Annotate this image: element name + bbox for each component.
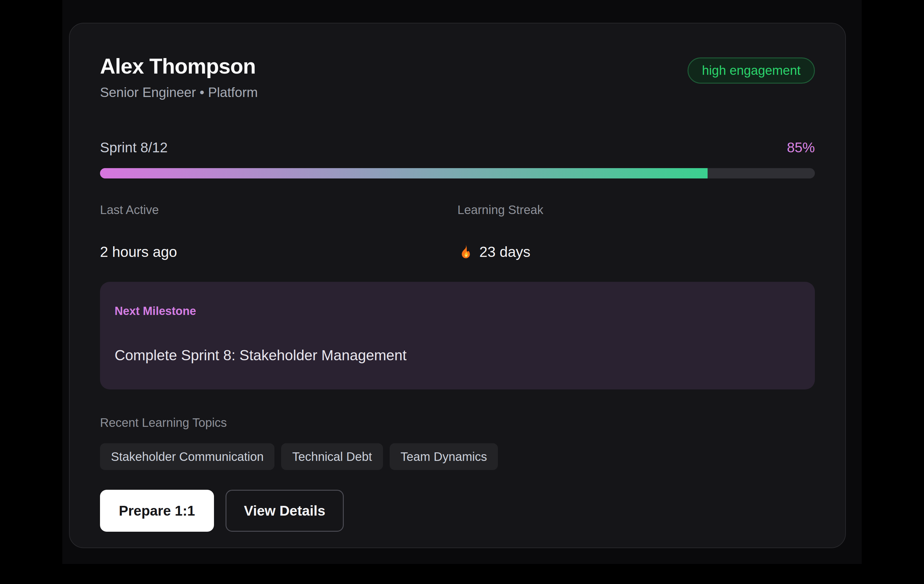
card-header: Alex Thompson Senior Engineer • Platform… <box>100 53 815 101</box>
sprint-progress-bar <box>100 168 815 178</box>
topic-chip: Stakeholder Communication <box>100 443 274 470</box>
stats-grid: Last Active 2 hours ago Learning Streak … <box>100 202 815 262</box>
last-active-value: 2 hours ago <box>100 242 457 262</box>
employee-name: Alex Thompson <box>100 53 258 79</box>
topic-chip: Technical Debt <box>281 443 383 470</box>
stat-learning-streak: Learning Streak 23 days <box>457 202 815 262</box>
learning-streak-text: 23 days <box>479 242 530 262</box>
action-button-row: Prepare 1:1 View Details <box>100 490 815 532</box>
view-details-button[interactable]: View Details <box>226 490 344 532</box>
flame-icon <box>457 244 474 260</box>
milestone-title: Next Milestone <box>115 304 797 318</box>
sprint-progress-fill <box>100 168 708 178</box>
identity-block: Alex Thompson Senior Engineer • Platform <box>100 53 258 101</box>
sprint-progress-header: Sprint 8/12 85% <box>100 138 815 157</box>
sprint-percent: 85% <box>787 138 815 157</box>
learning-streak-label: Learning Streak <box>457 202 815 217</box>
last-active-text: 2 hours ago <box>100 242 177 262</box>
employee-role: Senior Engineer • Platform <box>100 84 258 101</box>
engagement-status-badge: high engagement <box>688 58 815 84</box>
employee-card: Alex Thompson Senior Engineer • Platform… <box>69 23 846 548</box>
milestone-description: Complete Sprint 8: Stakeholder Managemen… <box>115 347 797 364</box>
stat-last-active: Last Active 2 hours ago <box>100 202 457 262</box>
prepare-1-1-button[interactable]: Prepare 1:1 <box>100 490 214 532</box>
topics-chip-row: Stakeholder Communication Technical Debt… <box>100 443 815 470</box>
last-active-label: Last Active <box>100 202 457 217</box>
topics-label: Recent Learning Topics <box>100 415 815 430</box>
learning-streak-value: 23 days <box>457 242 815 262</box>
topic-chip: Team Dynamics <box>389 443 498 470</box>
sprint-label: Sprint 8/12 <box>100 138 167 157</box>
next-milestone-panel: Next Milestone Complete Sprint 8: Stakeh… <box>100 282 815 389</box>
